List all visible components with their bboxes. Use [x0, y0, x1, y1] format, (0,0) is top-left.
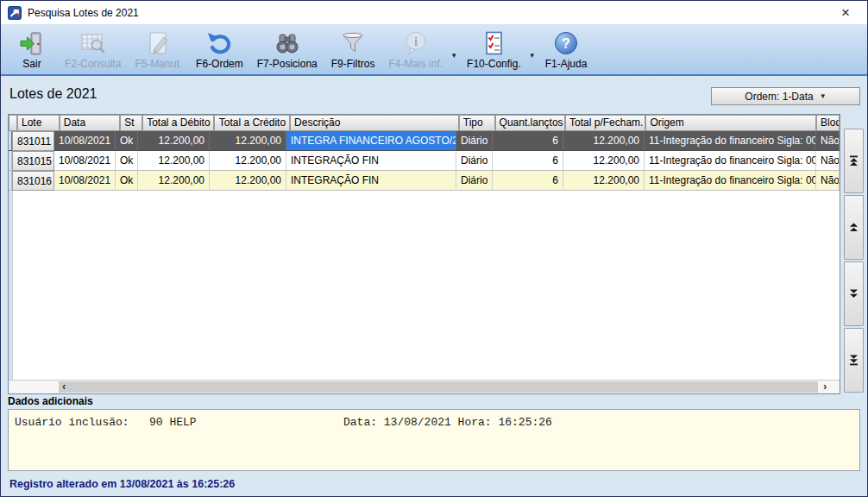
chevron-down-icon: ▼ — [529, 52, 536, 60]
checklist-icon — [480, 29, 507, 57]
toolbar-button-sair[interactable]: Sair — [6, 27, 58, 72]
cell-tipo[interactable]: Diário — [456, 171, 493, 191]
cell-tipo[interactable]: Diário — [456, 151, 493, 171]
order-button[interactable]: Ordem: 1-Data ▼ — [711, 87, 860, 105]
toolbar-button-f7-posiciona[interactable]: F7-Posiciona — [250, 27, 324, 72]
grid-header: Lote Data St Total a Débito Total a Créd… — [9, 115, 840, 131]
toolbar-button-f6-ordem[interactable]: F6-Ordem — [189, 27, 250, 72]
cell-origem[interactable]: 11-Integração do financeiro Sigla: 001 — [645, 151, 816, 171]
table-row[interactable]: 831015 10/08/2021 Ok 12.200,00 12.200,00… — [9, 151, 840, 171]
table-row[interactable]: 831016 10/08/2021 Ok 12.200,00 12.200,00… — [9, 171, 840, 191]
cell-st[interactable]: Ok — [116, 131, 138, 151]
mais-inf-dropdown-button[interactable]: ▼ — [450, 40, 460, 60]
cell-st[interactable]: Ok — [116, 151, 138, 171]
cell-descricao[interactable]: INTEGRAÇÃO FIN — [286, 171, 456, 191]
cell-descricao[interactable]: INTEGRAÇÃO FIN — [286, 151, 456, 171]
toolbar-button-label: F2-Consulta — [65, 58, 121, 70]
toolbar-button-f1-ajuda[interactable]: ? F1-Ajuda — [538, 27, 594, 72]
toolbar-button-f10-config[interactable]: F10-Config. — [460, 27, 528, 72]
svg-text:?: ? — [562, 36, 570, 51]
toolbar-button-label: F5-Manut. — [135, 58, 182, 70]
data-grid: Lote Data St Total a Débito Total a Créd… — [8, 114, 840, 394]
toolbar-button-f5-manut[interactable]: F5-Manut. — [128, 27, 189, 72]
scroll-last-button[interactable] — [844, 328, 864, 393]
cell-data[interactable]: 10/08/2021 — [54, 131, 116, 151]
scroll-first-button[interactable] — [844, 129, 864, 193]
close-button[interactable]: × — [836, 4, 855, 22]
header-quant-lanctos[interactable]: Quant.lançtos — [495, 115, 565, 131]
toolbar-button-label: F4-Mais inf. — [388, 58, 443, 70]
toolbar: Sair F2-Consulta F5-Manut. — [1, 24, 867, 76]
cell-total-credito[interactable]: 12.200,00 — [210, 171, 286, 191]
undo-arrow-icon — [205, 29, 233, 57]
cell-quant-lanctos[interactable]: 6 — [493, 171, 563, 191]
last-record-icon — [849, 355, 859, 366]
toolbar-button-f9-filtros[interactable]: F9-Filtros — [324, 27, 382, 72]
cell-total-debito[interactable]: 12.200,00 — [138, 131, 210, 151]
config-dropdown-button[interactable]: ▼ — [528, 40, 538, 60]
cell-data[interactable]: 10/08/2021 — [54, 171, 116, 191]
help-icon: ? — [552, 29, 580, 57]
scroll-left-icon[interactable]: ‹ — [62, 381, 66, 393]
vertical-nav-strip — [844, 129, 864, 393]
cell-lote[interactable]: 831011 — [12, 131, 54, 151]
close-icon: × — [841, 4, 850, 22]
cell-data[interactable]: 10/08/2021 — [54, 151, 116, 171]
header-lote[interactable]: Lote — [17, 115, 60, 131]
cell-total-credito[interactable]: 12.200,00 — [210, 131, 286, 151]
toolbar-button-label: F6-Ordem — [196, 58, 243, 70]
header-total-credito[interactable]: Total a Crédito — [214, 115, 290, 131]
scrollbar-thumb[interactable] — [59, 381, 818, 393]
chevron-down-icon: ▼ — [450, 52, 457, 60]
cell-total-debito[interactable]: 12.200,00 — [138, 151, 210, 171]
order-button-label: Ordem: 1-Data — [745, 91, 813, 103]
toolbar-button-f4-mais-inf[interactable]: i F4-Mais inf. — [381, 27, 450, 72]
cell-bloq[interactable]: Não — [816, 171, 840, 191]
cell-total-fecham[interactable]: 12.200,00 — [563, 151, 645, 171]
page-down-icon — [849, 289, 859, 299]
table-row[interactable]: 831011 10/08/2021 Ok 12.200,00 12.200,00… — [9, 131, 840, 151]
cell-descricao[interactable]: INTEGRA FINANCEIRO AGOSTO/2021 — [286, 131, 456, 151]
cell-quant-lanctos[interactable]: 6 — [493, 131, 563, 151]
cell-quant-lanctos[interactable]: 6 — [493, 151, 563, 171]
dados-adicionais-panel: Usuário inclusão: 90 HELP Data: 13/08/20… — [8, 409, 860, 471]
cell-total-fecham[interactable]: 12.200,00 — [563, 171, 645, 191]
cell-total-credito[interactable]: 12.200,00 — [210, 151, 286, 171]
app-window: Pesquisa Lotes de 2021 × Sair F2-Consult… — [0, 0, 868, 497]
cell-lote[interactable]: 831015 — [12, 151, 54, 171]
cell-bloq[interactable]: Não — [816, 131, 840, 151]
header-indicator — [9, 115, 17, 131]
status-bar: Registro alterado em 13/08/2021 às 16:25… — [1, 471, 867, 496]
cell-total-fecham[interactable]: 12.200,00 — [563, 131, 645, 151]
cell-origem[interactable]: 11-Integração do financeiro Sigla: 001 — [645, 131, 816, 151]
cell-bloq[interactable]: Não — [816, 151, 840, 171]
header-total-debito[interactable]: Total a Débito — [142, 115, 213, 131]
header-total-fecham[interactable]: Total p/Fecham. — [565, 115, 645, 131]
horizontal-scrollbar[interactable]: ‹ › — [9, 380, 840, 393]
header-origem[interactable]: Origem — [645, 115, 816, 131]
cell-total-debito[interactable]: 12.200,00 — [138, 171, 210, 191]
cell-st[interactable]: Ok — [116, 171, 138, 191]
grid-empty-area — [9, 191, 840, 381]
header-st[interactable]: St — [120, 115, 142, 131]
scroll-page-up-button[interactable] — [844, 195, 864, 260]
chevron-down-icon: ▼ — [820, 92, 827, 100]
cell-origem[interactable]: 11-Integração do financeiro Sigla: 001 — [645, 171, 816, 191]
cell-tipo[interactable]: Diário — [456, 131, 493, 151]
info-balloon-icon: i — [402, 29, 430, 57]
header-descricao[interactable]: Descrição — [290, 115, 459, 131]
titlebar: Pesquisa Lotes de 2021 × — [1, 1, 867, 24]
exit-door-icon — [18, 29, 46, 57]
data-hora-text: Data: 13/08/2021 Hora: 16:25:26 — [343, 416, 552, 429]
toolbar-button-f2-consulta[interactable]: F2-Consulta — [58, 27, 128, 72]
scroll-page-down-button[interactable] — [844, 261, 864, 326]
binoculars-icon — [274, 29, 301, 57]
first-record-icon — [849, 155, 859, 167]
header-bloq[interactable]: Bloq — [816, 115, 840, 131]
header-data[interactable]: Data — [60, 115, 121, 131]
scroll-right-icon[interactable]: › — [823, 381, 827, 393]
toolbar-button-label: F7-Posiciona — [257, 58, 318, 70]
header-tipo[interactable]: Tipo — [459, 115, 495, 131]
cell-lote[interactable]: 831016 — [12, 171, 54, 191]
window-title: Pesquisa Lotes de 2021 — [28, 7, 139, 19]
